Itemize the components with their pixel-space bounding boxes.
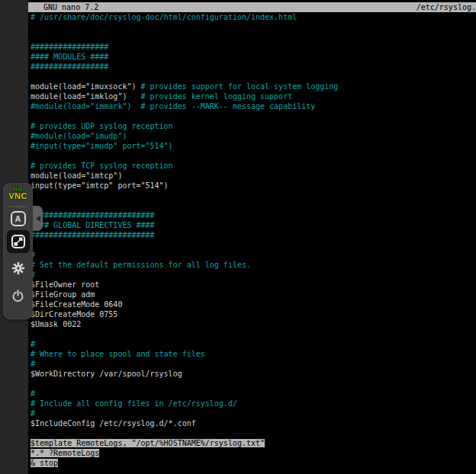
terminal-line: $FileOwner root — [31, 280, 476, 290]
settings-button[interactable] — [7, 258, 30, 279]
terminal-line: #### GLOBAL DIRECTIVES #### — [31, 220, 476, 230]
terminal-line — [31, 191, 476, 200]
collapse-arrow-icon — [36, 216, 40, 222]
file-content: # /usr/share/doc/rsyslog-doc/html/config… — [31, 12, 476, 468]
fullscreen-button[interactable] — [7, 230, 30, 253]
terminal-line: & stop — [31, 458, 476, 468]
terminal-line: # — [31, 270, 476, 280]
power-icon — [11, 289, 25, 303]
terminal-line: $Umask 0022 — [31, 319, 476, 329]
terminal-line: # — [31, 359, 476, 369]
terminal-line: $IncludeConfig /etc/rsyslog.d/*.conf — [31, 418, 476, 428]
terminal-line: input(type="imtcp" port="514") — [31, 181, 476, 191]
terminal-line: # provides TCP syslog reception — [31, 161, 476, 171]
nano-filename-label: /etc/rsyslog. — [416, 2, 476, 12]
terminal-line: # /usr/share/doc/rsyslog-doc/html/config… — [31, 12, 476, 22]
terminal-line: #module(load="imudp") — [31, 131, 476, 141]
terminal-line — [31, 72, 476, 82]
keyboard-button[interactable]: A — [7, 208, 30, 229]
terminal-line: # Where to place spool and state files — [31, 349, 476, 359]
terminal-line — [31, 428, 476, 438]
terminal-line: #### MODULES #### — [31, 52, 476, 62]
terminal-line: # Include all config files in /etc/rsysl… — [31, 399, 476, 408]
terminal-line: # — [31, 250, 476, 260]
terminal-line: module(load="imuxsock") # provides suppo… — [31, 82, 476, 91]
terminal-line: #module(load="immark") # provides --MARK… — [31, 101, 476, 111]
terminal-line: #input(type="imudp" port="514") — [31, 141, 476, 151]
terminal-line: module(load="imklog") # provides kernel … — [31, 91, 476, 101]
fullscreen-icon — [11, 234, 26, 249]
terminal-line: $template RemoteLogs, "/opt/%HOSTNAME%/r… — [31, 438, 476, 448]
terminal-line: ########################### — [31, 230, 476, 240]
terminal-line: ################# — [31, 62, 476, 72]
terminal-line: module(load="imtcp") — [31, 171, 476, 181]
disconnect-button[interactable] — [7, 285, 30, 306]
terminal-line — [31, 200, 476, 210]
terminal-line — [31, 111, 476, 121]
terminal-line — [31, 22, 476, 32]
nano-titlebar: GNU nano 7.2 /etc/rsyslog. — [28, 2, 476, 12]
terminal-line: *.* ?RemoteLogs — [31, 448, 476, 458]
nano-version-label: GNU nano 7.2 — [43, 2, 98, 12]
divider — [8, 206, 27, 207]
terminal-line: # — [31, 389, 476, 399]
terminal-line: # — [31, 339, 476, 349]
terminal-line — [31, 379, 476, 389]
terminal-line: $WorkDirectory /var/spool/rsyslog — [31, 369, 476, 379]
terminal-line: $FileGroup adm — [31, 290, 476, 299]
terminal-line — [31, 329, 476, 339]
terminal-line: ########################### — [31, 210, 476, 220]
terminal-line — [31, 240, 476, 250]
terminal-line: ################# — [31, 42, 476, 52]
novnc-logo: no VNC — [3, 186, 33, 200]
terminal-line: $FileCreateMode 0640 — [31, 299, 476, 309]
novnc-control-bar: no VNC A — [3, 183, 33, 319]
gear-icon — [11, 261, 25, 275]
terminal-line: # provides UDP syslog reception — [31, 121, 476, 131]
terminal-line: # Set the default permissions for all lo… — [31, 260, 476, 270]
control-bar-handle[interactable] — [33, 206, 43, 231]
terminal-line: # — [31, 408, 476, 418]
a-key-icon: A — [11, 211, 26, 226]
terminal-line: $DirCreateMode 0755 — [31, 309, 476, 319]
novnc-logo-bottom-text: VNC — [8, 192, 27, 200]
terminal-line — [31, 32, 476, 42]
terminal-line — [31, 151, 476, 161]
